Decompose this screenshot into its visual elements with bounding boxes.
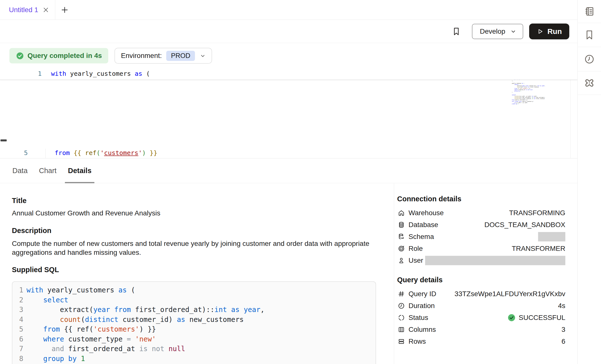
line-number: 4 (12, 315, 23, 325)
detail-value: 33TZseWpe1ALFDUYerxR1gVKxbv (436, 290, 565, 298)
detail-label: Rows (409, 338, 426, 345)
detail-label: Database (409, 221, 438, 229)
history-icon[interactable] (578, 47, 601, 71)
editor-scrollbar[interactable] (570, 68, 577, 158)
editor-code-lines[interactable]: 5 from {{ ref('customers') }}6 where cus… (0, 149, 577, 158)
query-completed-text: Query completed in 4s (27, 52, 102, 60)
editor-tab-untitled-1[interactable]: Untitled 1 (0, 0, 55, 20)
detail-label: Role (409, 245, 423, 253)
chevron-down-icon (200, 53, 206, 59)
notebook-icon[interactable] (578, 0, 601, 23)
tab-details[interactable]: Details (65, 158, 94, 183)
role-icon (397, 245, 406, 252)
run-button[interactable]: Run (529, 24, 569, 39)
connection-details-heading: Connection details (397, 195, 565, 203)
detail-label: User (409, 257, 423, 264)
user-row: User (397, 255, 565, 266)
main-area: Untitled 1 Develop Run (0, 0, 577, 364)
code-text: select (27, 296, 68, 304)
editor-tab-bar: Untitled 1 (0, 0, 577, 20)
develop-label: Develop (480, 27, 505, 35)
plus-icon (61, 6, 69, 14)
sql-line-5: 5 from {{ ref('customers') }} (12, 324, 376, 334)
role-row: RoleTRANSFORMER (397, 243, 565, 255)
editor-sticky-line: 1 with yearly_customers as ( (0, 68, 577, 80)
tab-chart[interactable]: Chart (36, 158, 59, 183)
line-number: 7 (12, 344, 23, 354)
app-root: Untitled 1 Develop Run (0, 0, 601, 364)
line-number: 8 (12, 354, 23, 364)
run-label: Run (547, 27, 562, 36)
detail-value: 6 (426, 338, 565, 345)
clock-icon (397, 302, 406, 310)
schema-row: Schema (397, 231, 565, 243)
sql-line-1: 1with yearly_customers as ( (12, 285, 376, 295)
tab-data[interactable]: Data (9, 158, 30, 183)
sql-line-2: 2 select (12, 295, 376, 305)
code-text: group by 1 (27, 355, 85, 363)
editor-line-5[interactable]: 5 from {{ ref('customers') }} (0, 149, 577, 157)
copilot-icon[interactable] (578, 71, 601, 95)
tab-title: Untitled 1 (9, 6, 38, 14)
title-heading: Title (12, 197, 376, 205)
details-left-column: Title Annual Customer Growth and Revenue… (0, 183, 394, 364)
editor-code-line: with yearly_customers as ( (51, 70, 150, 77)
bookmark-icon[interactable] (452, 26, 461, 37)
details-panel: Title Annual Customer Growth and Revenue… (0, 183, 577, 364)
detail-value: TRANSFORMER (423, 245, 565, 253)
duration-row: Duration4s (397, 300, 565, 312)
results-tab-bar: DataChartDetails (0, 158, 577, 183)
indent-guide (45, 149, 46, 157)
detail-value: 3 (436, 326, 565, 334)
close-icon[interactable] (43, 7, 49, 13)
line-number: 2 (12, 295, 23, 305)
sql-editor[interactable]: 1 with yearly_customers as ( 5 from {{ r… (0, 68, 577, 158)
supplied-sql-code-block: 1with yearly_customers as (2 select3 ext… (12, 281, 376, 364)
check-circle-icon (507, 313, 516, 322)
editor-scrollbar-handle[interactable] (0, 139, 7, 141)
line-number: 3 (12, 305, 23, 315)
code-text: and first_ordered_at is not null (27, 345, 185, 353)
line-number: 6 (12, 334, 23, 344)
detail-value: DOCS_TEAM_SANDBOX (438, 221, 565, 229)
line-number: 5 (0, 149, 28, 157)
detail-label: Query ID (409, 290, 436, 298)
check-circle-icon (16, 52, 24, 60)
connection-details-rows: WarehouseTRANSFORMINGDatabaseDOCS_TEAM_S… (397, 207, 565, 266)
description-heading: Description (12, 227, 376, 235)
line-number: 1 (14, 70, 42, 77)
code-text: with yearly_customers as ( (27, 286, 135, 294)
query-completed-badge: Query completed in 4s (9, 48, 108, 63)
line-number: 1 (12, 285, 23, 295)
sql-line-4: 4 count(distinct customer_id) as new_cus… (12, 315, 376, 325)
query-details-heading: Query details (397, 276, 565, 284)
code-text: count(distinct customer_id) as new_custo… (27, 315, 244, 324)
query-id-row: Query ID33TZseWpe1ALFDUYerxR1gVKxbv (397, 288, 565, 300)
code-text: from {{ ref('customers') }} (27, 325, 156, 333)
play-icon (537, 28, 544, 35)
detail-value: SUCCESSFUL (428, 313, 565, 322)
rows-row: Rows6 (397, 336, 565, 347)
chevron-down-icon (510, 28, 516, 34)
develop-dropdown[interactable]: Develop (472, 24, 523, 39)
status-row: StatusSUCCESSFUL (397, 312, 565, 324)
line-number: 5 (12, 324, 23, 334)
detail-label: Status (409, 314, 428, 322)
bookmark-icon[interactable] (578, 23, 601, 47)
environment-selector[interactable]: Environment: PROD (114, 48, 212, 64)
code-text: from {{ ref('customers') }} (39, 149, 157, 156)
minimap-line: order by 1 (512, 103, 569, 104)
supplied-sql-heading: Supplied SQL (12, 266, 376, 274)
redacted-value (425, 256, 565, 265)
warehouse-row: WarehouseTRANSFORMING (397, 207, 565, 219)
detail-label: Warehouse (409, 209, 444, 217)
detail-label: Columns (409, 326, 436, 334)
code-text: where customer_type = 'new' (27, 335, 156, 343)
description-value: Compute the number of new customers and … (12, 239, 376, 257)
detail-label: Schema (409, 233, 434, 241)
detail-value: 4s (435, 302, 565, 310)
database-icon (397, 221, 406, 229)
title-value: Annual Customer Growth and Revenue Analy… (12, 209, 376, 217)
detail-value (434, 232, 565, 241)
new-tab-button[interactable] (55, 0, 74, 20)
